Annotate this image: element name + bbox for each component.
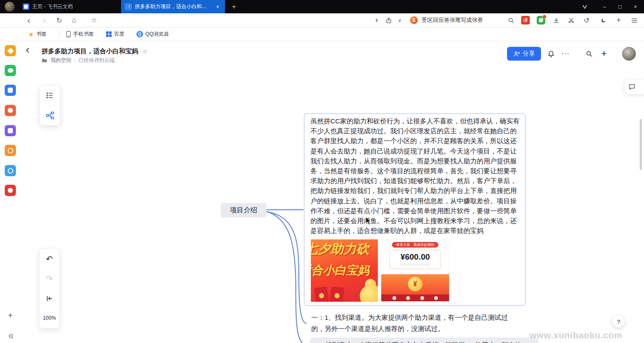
back-icon[interactable]: ‹ — [22, 13, 35, 27]
mouse-cursor — [365, 216, 372, 226]
canvas-add-button[interactable]: + — [5, 310, 15, 321]
cash-icon-strip — [381, 294, 449, 301]
refresh-icon[interactable]: ↻ — [53, 13, 66, 27]
bookmark-qq-browser[interactable]: Q QQ浏览器 — [137, 31, 169, 38]
mindmap-detail-node[interactable]: 虽然拼CC家的助力和砍价行为，让很多人不喜欢，但也得承认，确实有不少人也真正提现… — [304, 113, 526, 306]
view-switch-toolbar — [39, 85, 60, 126]
breadcrumb-space[interactable]: 我的空间 — [51, 57, 71, 64]
mindmap-root-node[interactable]: 项目介绍 — [221, 203, 267, 217]
browser-plugin-icon[interactable] — [578, 0, 592, 13]
browser-profile-avatar[interactable] — [5, 2, 15, 12]
phone-icon — [66, 31, 71, 37]
tab-home-label: 主页 - 飞书云文档 — [32, 3, 117, 10]
save-status: 已经保存到云端 — [79, 57, 115, 64]
cash-amount-card: ¥600.00 — [389, 250, 441, 269]
cash-amount: ¥600.00 — [390, 252, 440, 262]
translate-icon[interactable]: 译 — [521, 16, 530, 24]
help-button[interactable]: ? — [613, 315, 625, 328]
lightning-icon[interactable] — [370, 13, 383, 27]
cash-screenshot-image[interactable]: “恭喜大家，我成功提现啦” ¥600.00 ¥ — [381, 239, 450, 302]
bookmark-label: 手机书签 — [73, 31, 94, 38]
bookmark-mobile[interactable]: 手机书签 — [66, 31, 94, 38]
mindmap-branch-node-1[interactable]: 一：1、找到渠道。为大家提供两个助力渠道，有一个是自己测试过的，另外一个渠道是别… — [311, 312, 519, 334]
scissors-icon[interactable] — [565, 13, 577, 27]
dock-app-icon-6[interactable] — [5, 145, 16, 156]
more-options-icon[interactable]: ··· — [559, 47, 572, 61]
notification-dot — [542, 15, 547, 19]
zoom-level-label: 100% — [43, 315, 56, 321]
bookmark-divider — [59, 31, 59, 37]
doc-back-button[interactable]: ‹ — [26, 44, 30, 55]
share-button[interactable]: 分享 — [507, 47, 541, 61]
search-icon[interactable] — [504, 13, 517, 27]
person-add-icon — [513, 51, 520, 57]
bookmark-label: 百度 — [114, 31, 125, 38]
browser-toolbar: ‹ › ↻ ⌂ ☆ ∨ S 景区回应将张骞写成张赛 译 ↺ + — [0, 13, 644, 28]
create-new-icon[interactable]: + — [597, 47, 611, 61]
user-avatar[interactable] — [622, 47, 636, 61]
collapse-sidebar-icon[interactable] — [5, 331, 15, 341]
forward-icon[interactable]: › — [38, 13, 51, 27]
promo-image-text-1: 七夕助力砍 — [311, 240, 369, 258]
dock-app-icon-5[interactable] — [5, 125, 16, 136]
red-envelope-decoration — [330, 287, 344, 302]
favorites-star-icon[interactable]: ☆ — [88, 13, 100, 27]
sync-icon[interactable]: ↺ — [580, 13, 593, 27]
dock-app-icon-7[interactable] — [5, 165, 16, 176]
promo-image[interactable]: 七夕助力砍 适合小白宝妈 — [311, 239, 378, 302]
share-button-label: 分享 — [523, 50, 535, 58]
outline-view-button[interactable] — [40, 86, 60, 105]
dock-app-icon-1[interactable] — [5, 45, 16, 56]
menu-icon[interactable] — [628, 13, 641, 27]
left-app-dock — [0, 41, 21, 343]
home-icon[interactable]: ⌂ — [67, 13, 80, 27]
night-mode-moon-icon[interactable] — [597, 13, 610, 27]
cash-banner-text: “恭喜大家，我成功提现啦” — [392, 242, 438, 248]
mindmap-branch-node-2[interactable]: 2、找到客户，大家推荐从两个方向去寻找，能玩拼CC的用户，都会使 — [310, 337, 538, 343]
sogou-logo-icon: S — [410, 16, 418, 24]
doc-search-icon[interactable] — [582, 47, 596, 61]
feishu-docs-icon — [23, 3, 29, 10]
chevron-down-icon[interactable]: ∨ — [393, 13, 406, 27]
canvas-ops-toolbar: ↶ ↷ 100% — [39, 248, 60, 328]
maximize-button[interactable]: □ — [612, 0, 628, 13]
notifications-bell-icon[interactable] — [544, 47, 558, 61]
undo-icon: ↶ — [46, 255, 53, 263]
redo-button[interactable]: ↷ — [39, 269, 59, 288]
cash-subtext-placeholder — [400, 263, 430, 266]
mindmap-view-button[interactable] — [40, 105, 60, 125]
promo-image-text-2: 适合小白宝妈 — [311, 263, 369, 278]
bookmark-shuqian[interactable]: ★ 书签 — [28, 31, 47, 38]
bookmark-label: 书签 — [36, 31, 47, 38]
close-window-button[interactable]: × — [628, 0, 643, 13]
dock-app-icon-8[interactable] — [5, 185, 16, 196]
doc-tab-icon: 《 — [125, 3, 132, 10]
baidu-icon — [106, 31, 112, 37]
gold-coin-decoration — [360, 285, 378, 302]
green-app-icon[interactable] — [537, 16, 545, 24]
tab-home[interactable]: 主页 - 飞书云文档 — [19, 0, 121, 13]
hot-search-text[interactable]: 景区回应将张骞写成张赛 — [422, 13, 483, 27]
tab-close-icon[interactable]: × — [214, 3, 221, 10]
back-to-root-button[interactable] — [39, 288, 59, 308]
minimize-button[interactable]: – — [597, 0, 612, 13]
new-tab-button[interactable]: + — [229, 2, 239, 12]
zoom-level[interactable]: 100% — [39, 308, 59, 328]
dock-app-icon-3[interactable] — [5, 85, 16, 96]
tab-current[interactable]: 《 拼多多助力项目，适合小白和宝妈 - × — [121, 0, 225, 13]
dock-app-icon-2[interactable] — [5, 65, 16, 76]
bookmark-baidu[interactable]: 百度 — [106, 31, 125, 38]
download-icon[interactable] — [550, 13, 562, 27]
dock-app-icon-4[interactable] — [5, 105, 16, 116]
meta-divider — [75, 58, 75, 63]
favorite-star-icon[interactable]: ☆ — [142, 48, 148, 55]
comments-panel-button[interactable] — [625, 80, 644, 94]
redo-icon: ↷ — [46, 275, 53, 283]
undo-button[interactable]: ↶ — [39, 249, 59, 269]
comment-bubble-icon — [629, 84, 635, 90]
coin-icon: ¥ — [408, 277, 422, 291]
vertical-scrollbar[interactable] — [640, 119, 642, 170]
add-icon[interactable]: + — [612, 13, 625, 27]
qq-browser-icon: Q — [137, 31, 143, 37]
browser-window: 主页 - 飞书云文档 《 拼多多助力项目，适合小白和宝妈 - × + – □ ×… — [0, 0, 644, 343]
